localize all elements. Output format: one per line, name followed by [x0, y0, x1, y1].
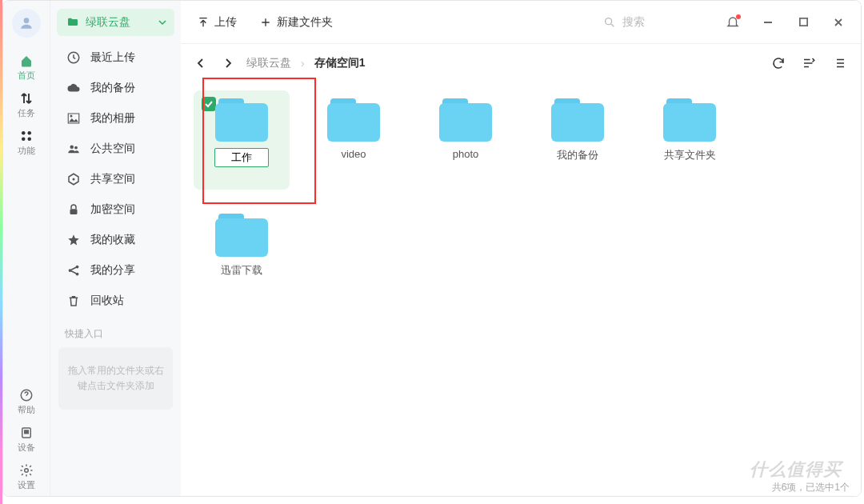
breadcrumb-current: 存储空间1 [314, 56, 366, 70]
toolbar: 上传 新建文件夹 搜索 [181, 1, 861, 44]
sort-icon [802, 56, 816, 70]
svg-point-8 [25, 469, 29, 473]
folder-name: video [341, 148, 366, 160]
nav-device[interactable]: 设备 [18, 421, 35, 458]
search-input[interactable]: 搜索 [597, 12, 709, 33]
drive-selector[interactable]: 绿联云盘 [57, 9, 174, 36]
sidebar-item-label: 回收站 [90, 294, 124, 308]
folder-item[interactable]: 我的备份 [530, 90, 626, 190]
notification-button[interactable] [722, 11, 744, 34]
sidebar-item-label: 我的分享 [90, 263, 135, 278]
refresh-icon [771, 56, 786, 70]
nav-features[interactable]: 功能 [18, 124, 35, 162]
folder-item[interactable]: photo [418, 90, 514, 190]
group-icon [66, 142, 81, 156]
upload-button[interactable]: 上传 [192, 12, 242, 33]
folder-item[interactable]: 迅雷下载 [194, 206, 290, 305]
folder-icon [66, 16, 79, 29]
sidebar-item-sharealt[interactable]: 我的分享 [57, 255, 174, 286]
nav-rail: 首页任务功能 帮助设备设置 [3, 1, 50, 496]
upload-icon [197, 16, 210, 29]
sidebar-item-clock[interactable]: 最近上传 [57, 42, 174, 73]
svg-point-1 [22, 131, 26, 135]
svg-point-11 [70, 146, 74, 150]
tasks-icon [19, 91, 34, 106]
folder-icon [327, 98, 380, 142]
nav-home[interactable]: 首页 [18, 49, 35, 86]
refresh-button[interactable] [768, 53, 789, 74]
file-grid[interactable]: 工作videophoto我的备份共享文件夹迅雷下载 [181, 82, 861, 496]
star-icon [66, 233, 81, 247]
device-icon [19, 426, 34, 440]
chevron-down-icon [158, 18, 166, 26]
check-icon [204, 99, 214, 109]
notification-dot [736, 14, 741, 19]
sidebar-item-label: 公共空间 [90, 142, 135, 156]
nav-label: 任务 [18, 107, 35, 119]
sidebar-item-cloud[interactable]: 我的备份 [57, 73, 174, 103]
sidebar-item-label: 共享空间 [90, 172, 135, 186]
svg-rect-7 [24, 430, 29, 434]
sidebar-item-label: 加密空间 [90, 202, 135, 217]
nav-settings[interactable]: 设置 [18, 458, 35, 496]
sidebar-item-label: 最近上传 [90, 50, 135, 65]
breadcrumb-separator: › [301, 57, 305, 70]
nav-tasks[interactable]: 任务 [18, 86, 35, 124]
folder-item[interactable]: video [306, 90, 402, 190]
sort-button[interactable] [798, 53, 819, 74]
sidebar-item-trash[interactable]: 回收站 [57, 286, 174, 316]
svg-rect-14 [70, 209, 78, 214]
watermark: 什么值得买 [750, 458, 842, 482]
sidebar-item-star[interactable]: 我的收藏 [57, 225, 174, 255]
svg-rect-19 [799, 18, 806, 26]
sidebar-item-share[interactable]: 共享空间 [57, 164, 174, 194]
close-button[interactable] [827, 11, 850, 34]
folder-icon [439, 98, 492, 142]
breadcrumb-root[interactable]: 绿联云盘 [246, 56, 291, 70]
svg-point-10 [70, 115, 73, 118]
cloud-icon [66, 81, 81, 95]
svg-point-0 [24, 18, 30, 23]
folder-icon [663, 98, 716, 142]
svg-point-17 [76, 273, 79, 276]
minimize-icon [762, 17, 774, 28]
nav-label: 功能 [18, 145, 35, 157]
drive-selector-label: 绿联云盘 [86, 15, 130, 30]
lock-icon [66, 202, 81, 217]
app-window: 首页任务功能 帮助设备设置 绿联云盘 最近上传我的备份我的相册公共空间共享空间加… [2, 0, 862, 497]
features-icon [19, 129, 34, 143]
svg-point-13 [73, 178, 75, 181]
svg-point-2 [28, 131, 32, 135]
image-icon [66, 111, 81, 126]
quick-access-title: 快捷入口 [57, 316, 174, 347]
quick-access-dropzone[interactable]: 拖入常用的文件夹或右键点击文件夹添加 [58, 347, 173, 410]
view-toggle-button[interactable] [829, 53, 850, 74]
folder-name: 共享文件夹 [664, 148, 716, 162]
nav-label: 设备 [18, 442, 35, 454]
upload-label: 上传 [214, 15, 237, 30]
breadcrumb-bar: 绿联云盘 › 存储空间1 [181, 44, 861, 82]
sidebar-item-lock[interactable]: 加密空间 [57, 194, 174, 225]
sidebar-item-label: 我的收藏 [90, 233, 135, 247]
sidebar-item-group[interactable]: 公共空间 [57, 134, 174, 164]
svg-point-5 [21, 390, 32, 401]
folder-name-input[interactable]: 工作 [214, 148, 269, 167]
new-folder-button[interactable]: 新建文件夹 [254, 12, 338, 33]
minimize-button[interactable] [757, 11, 779, 34]
svg-rect-6 [22, 428, 31, 438]
folder-item[interactable]: 共享文件夹 [642, 90, 738, 190]
svg-point-15 [69, 269, 72, 272]
clock-icon [66, 50, 81, 65]
user-avatar[interactable] [12, 9, 41, 38]
trash-icon [66, 294, 81, 308]
maximize-button[interactable] [792, 11, 814, 34]
folder-item[interactable]: 工作 [194, 90, 290, 190]
sidebar-item-image[interactable]: 我的相册 [57, 103, 174, 134]
folder-icon [551, 98, 604, 142]
nav-forward-button[interactable] [219, 54, 237, 72]
sidebar-item-label: 我的相册 [90, 111, 135, 126]
svg-point-18 [606, 18, 612, 24]
nav-back-button[interactable] [192, 54, 210, 72]
nav-help[interactable]: 帮助 [18, 383, 35, 421]
folder-icon [215, 214, 268, 257]
